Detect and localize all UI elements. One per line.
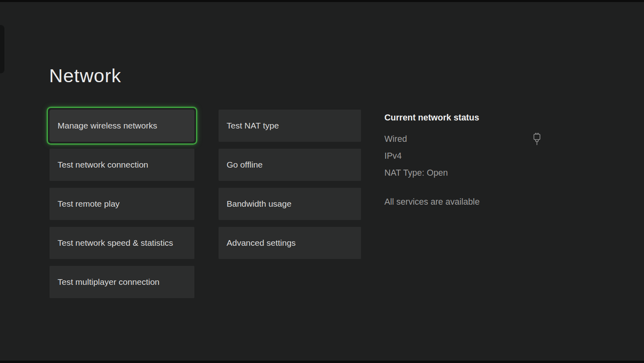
screen-edge-tab — [0, 25, 4, 73]
button-label: Bandwidth usage — [227, 199, 291, 209]
page-title: Network — [49, 64, 121, 87]
button-label: Test multiplayer connection — [58, 277, 159, 287]
status-heading: Current network status — [384, 113, 541, 123]
test-multiplayer-connection-button[interactable]: Test multiplayer connection — [50, 266, 194, 298]
test-nat-type-button[interactable]: Test NAT type — [219, 110, 361, 142]
network-menu-left-column: Manage wireless networks Test network co… — [50, 110, 194, 305]
button-label: Advanced settings — [227, 238, 296, 248]
nat-type-label: NAT Type: Open — [384, 168, 448, 178]
letterbox-top-strip — [0, 0, 644, 2]
test-network-connection-button[interactable]: Test network connection — [50, 149, 194, 181]
button-label: Test network connection — [58, 160, 148, 170]
services-status-label: All services are available — [384, 197, 541, 207]
wired-ethernet-icon — [533, 132, 541, 146]
test-network-speed-statistics-button[interactable]: Test network speed & statistics — [50, 227, 194, 259]
ip-version-row: IPv4 — [384, 151, 541, 161]
button-label: Manage wireless networks — [58, 121, 157, 131]
current-network-status-panel: Current network status Wired IPv4 NAT Ty… — [384, 113, 541, 207]
connection-type-row: Wired — [384, 134, 541, 144]
advanced-settings-button[interactable]: Advanced settings — [219, 227, 361, 259]
ip-version-label: IPv4 — [384, 151, 402, 161]
button-label: Go offline — [227, 160, 263, 170]
manage-wireless-networks-button[interactable]: Manage wireless networks — [50, 110, 194, 142]
bandwidth-usage-button[interactable]: Bandwidth usage — [219, 188, 361, 220]
test-remote-play-button[interactable]: Test remote play — [50, 188, 194, 220]
connection-type-label: Wired — [384, 134, 407, 144]
button-label: Test NAT type — [227, 121, 279, 131]
letterbox-bottom-strip — [0, 361, 644, 363]
network-menu-middle-column: Test NAT type Go offline Bandwidth usage… — [219, 110, 361, 266]
go-offline-button[interactable]: Go offline — [219, 149, 361, 181]
nat-type-row: NAT Type: Open — [384, 168, 541, 178]
button-label: Test network speed & statistics — [58, 238, 173, 248]
focus-ring: Manage wireless networks — [47, 107, 197, 145]
button-label: Test remote play — [58, 199, 120, 209]
